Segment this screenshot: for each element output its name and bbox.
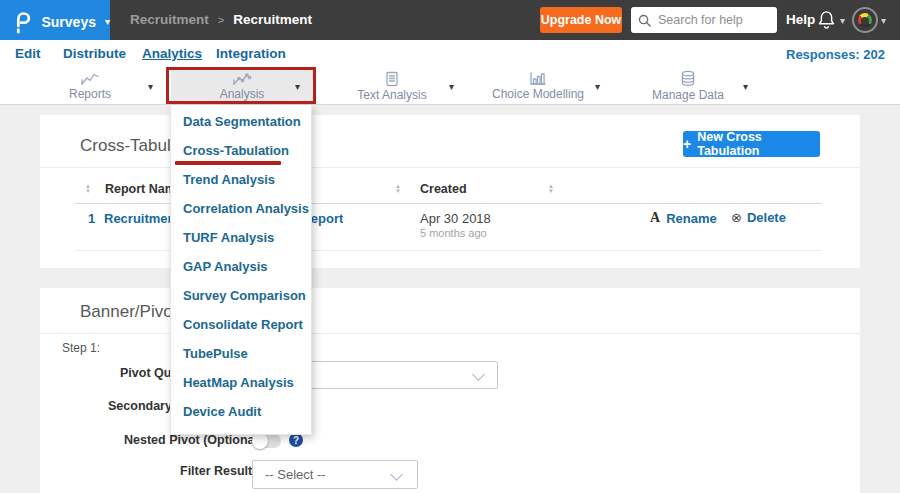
delete-action[interactable]: ⊗ Delete	[731, 210, 786, 225]
menu-item-label: Trend Analysis	[183, 172, 275, 187]
sort-down-icon: ▼	[548, 189, 554, 194]
document-icon	[384, 71, 400, 87]
chevron-down-icon	[390, 468, 403, 481]
column-header-created[interactable]: Created	[420, 182, 467, 196]
cross-tabulation-panel: Cross-Tabulation Report + New Cross Tabu…	[40, 115, 860, 268]
analysis-caret-icon[interactable]: ▾	[295, 81, 300, 92]
menu-item-label: GAP Analysis	[183, 259, 268, 274]
choice-modelling-caret-icon[interactable]: ▾	[595, 81, 600, 92]
reports-caret-icon[interactable]: ▾	[148, 81, 153, 92]
breadcrumb-parent[interactable]: Recruitment	[130, 12, 209, 27]
sort-down-icon: ▼	[395, 189, 401, 194]
toolbar-item-choice-modelling[interactable]: Choice Modelling	[468, 68, 608, 104]
nested-pivot-toggle[interactable]	[252, 434, 281, 448]
menu-item-heatmap-analysis[interactable]: HeatMap Analysis	[171, 368, 311, 397]
new-cross-tabulation-label: New Cross Tabulation	[697, 130, 820, 158]
menu-item-cross-tabulation[interactable]: Cross-Tabulation	[171, 136, 311, 165]
menu-item-label: Cross-Tabulation	[183, 143, 289, 158]
breadcrumb-current: Recruitment	[233, 12, 312, 27]
breadcrumb-separator-icon: >	[218, 14, 224, 26]
toolbar-item-label: Manage Data	[652, 88, 724, 102]
bell-caret-icon[interactable]: ▾	[840, 16, 845, 26]
search-input[interactable]	[656, 12, 770, 28]
tab-analytics[interactable]: Analytics	[142, 46, 202, 61]
bar-chart-icon	[529, 71, 547, 86]
banner-pivot-panel: Banner/Pivot Table Step 1: Pivot Questio…	[40, 288, 860, 493]
database-icon	[680, 70, 696, 87]
menu-item-label: Data Segmentation	[183, 114, 301, 129]
filter-result-value: -- Select --	[265, 467, 326, 482]
avatar[interactable]	[852, 7, 878, 33]
scatter-chart-icon	[232, 71, 252, 86]
avatar-caret-icon[interactable]: ▾	[881, 16, 886, 26]
menu-item-trend-analysis[interactable]: Trend Analysis	[171, 165, 311, 194]
created-relative: 5 months ago	[420, 227, 487, 239]
filter-result-select[interactable]: -- Select --	[252, 460, 418, 489]
menu-item-label: Survey Comparison	[183, 288, 306, 303]
notifications-bell-icon[interactable]	[817, 9, 836, 30]
plus-icon: +	[683, 136, 691, 152]
new-cross-tabulation-button[interactable]: + New Cross Tabulation	[683, 131, 820, 157]
delete-icon: ⊗	[731, 210, 742, 225]
line-chart-icon	[80, 71, 100, 86]
menu-item-label: TubePulse	[183, 346, 248, 361]
menu-item-tubepulse[interactable]: TubePulse	[171, 339, 311, 368]
toolbar-item-reports[interactable]: Reports	[20, 68, 160, 104]
filter-result-label: Filter Result	[180, 464, 252, 478]
sort-icon[interactable]: ▲ ▼	[395, 184, 401, 193]
toolbar-item-text-analysis[interactable]: Text Analysis	[322, 68, 462, 104]
menu-item-label: Device Audit	[183, 404, 261, 419]
surveys-caret-icon: ▾	[105, 17, 110, 27]
menu-item-survey-comparison[interactable]: Survey Comparison	[171, 281, 311, 310]
step-label: Step 1:	[62, 341, 100, 355]
help-link[interactable]: Help	[786, 12, 815, 27]
tab-edit[interactable]: Edit	[15, 46, 41, 61]
help-search-box	[631, 7, 777, 33]
toolbar-item-label: Text Analysis	[357, 88, 426, 102]
sort-icon[interactable]: ▲ ▼	[85, 184, 91, 193]
tab-distribute[interactable]: Distribute	[63, 46, 126, 61]
app-window: Recruitment > Recruitment Upgrade Now He…	[0, 0, 900, 493]
toolbar-item-analysis[interactable]: Analysis	[171, 68, 313, 104]
help-glyph: ?	[293, 435, 299, 446]
rename-label: Rename	[666, 211, 717, 226]
toolbar-item-label: Analysis	[220, 87, 265, 101]
rename-action[interactable]: A Rename	[650, 210, 717, 226]
top-navbar: Recruitment > Recruitment Upgrade Now He…	[0, 0, 900, 40]
rename-icon: A	[650, 210, 660, 226]
responses-count[interactable]: Responses: 202	[786, 47, 885, 62]
toolbar-item-label: Choice Modelling	[492, 87, 584, 101]
text-analysis-caret-icon[interactable]: ▾	[449, 81, 454, 92]
analysis-dropdown-menu: Data Segmentation Cross-Tabulation Trend…	[170, 105, 312, 435]
sort-down-icon: ▼	[85, 189, 91, 194]
menu-item-label: TURF Analysis	[183, 230, 274, 245]
toolbar-item-label: Reports	[69, 87, 111, 101]
chevron-down-icon	[472, 368, 485, 381]
menu-item-label: Consolidate Report	[183, 317, 303, 332]
surveys-product-switcher[interactable]: Surveys ▾	[0, 0, 110, 43]
menu-item-label: Correlation Analysis	[183, 201, 309, 216]
row-index: 1	[88, 211, 95, 226]
sort-icon[interactable]: ▲ ▼	[548, 184, 554, 193]
menu-item-consolidate-report[interactable]: Consolidate Report	[171, 310, 311, 339]
delete-label: Delete	[747, 210, 786, 225]
nested-pivot-label: Nested Pivot (Optional)	[124, 433, 262, 447]
toggle-knob	[252, 433, 268, 449]
created-date: Apr 30 2018	[420, 211, 491, 226]
analytics-toolbar: Reports ▾ Analysis ▾ Text Analysis ▾ Cho…	[0, 68, 900, 105]
menu-item-correlation-analysis[interactable]: Correlation Analysis	[171, 194, 311, 223]
upgrade-now-button[interactable]: Upgrade Now	[540, 7, 622, 33]
menu-item-turf-analysis[interactable]: TURF Analysis	[171, 223, 311, 252]
menu-item-label: HeatMap Analysis	[183, 375, 294, 390]
survey-subnav: Edit Distribute Analytics Integration Re…	[0, 40, 900, 68]
product-label: Surveys	[41, 14, 95, 30]
avatar-gauge-icon	[858, 13, 872, 27]
help-icon[interactable]: ?	[289, 433, 303, 447]
toolbar-item-manage-data[interactable]: Manage Data	[618, 68, 758, 104]
search-icon	[638, 14, 651, 27]
menu-item-gap-analysis[interactable]: GAP Analysis	[171, 252, 311, 281]
menu-item-device-audit[interactable]: Device Audit	[171, 397, 311, 426]
tab-integration[interactable]: Integration	[216, 46, 286, 61]
manage-data-caret-icon[interactable]: ▾	[743, 81, 748, 92]
menu-item-data-segmentation[interactable]: Data Segmentation	[171, 107, 311, 136]
